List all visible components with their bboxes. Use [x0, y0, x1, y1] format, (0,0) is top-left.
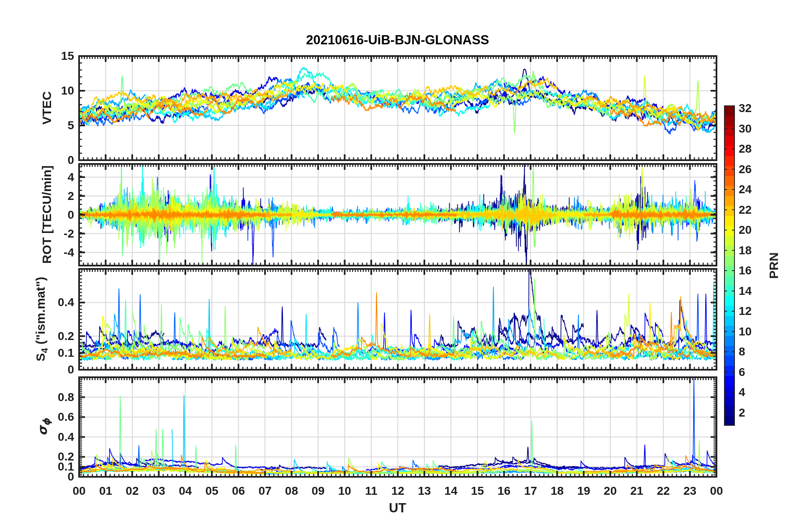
colorbar-tick-label: 32 — [739, 102, 752, 115]
x-tick-label: 21 — [630, 484, 643, 498]
colorbar-tick-label: 8 — [739, 345, 745, 358]
colorbar-tick-label: 14 — [739, 284, 752, 298]
x-tick-label: 18 — [551, 484, 564, 498]
y-tick-label-rot: -4 — [64, 246, 74, 259]
chart-title: 20210616-UiB-BJN-GLONASS — [306, 33, 489, 48]
colorbar-tick-label: 18 — [739, 244, 752, 257]
chart-canvas — [0, 0, 796, 532]
x-tick-label: 05 — [205, 484, 218, 498]
colorbar-label: PRN — [767, 252, 781, 279]
colorbar-tick-label: 4 — [739, 386, 745, 399]
x-tick-label: 08 — [285, 484, 298, 498]
x-tick-label: 17 — [524, 484, 537, 498]
y-tick-label-sigma_phi: 0.2 — [58, 450, 74, 463]
y-tick-label-vtec: 0 — [67, 153, 74, 167]
x-tick-label: 09 — [312, 484, 325, 498]
colorbar-tick-label: 16 — [739, 264, 752, 277]
y-tick-label-sigma_phi: 0.8 — [58, 391, 74, 404]
x-tick-label: 13 — [418, 484, 431, 498]
x-tick-label: 19 — [577, 484, 590, 498]
colorbar-tick-label: 22 — [739, 203, 752, 217]
ylabel-vtec-text: VTEC — [40, 91, 54, 125]
x-tick-label: 04 — [179, 484, 192, 498]
x-tick-label: 00 — [710, 484, 723, 498]
x-tick-label: 15 — [471, 484, 484, 498]
ylabel-phi-sub: ϕ — [41, 418, 52, 426]
y-tick-label-vtec: 5 — [67, 119, 74, 132]
x-tick-label: 11 — [365, 484, 377, 498]
figure: 20210616-UiB-BJN-GLONASS VTEC ROT [TECU/… — [0, 0, 796, 532]
ylabel-rot-text: ROT [TECU/min] — [40, 166, 54, 264]
colorbar-tick-label: 28 — [739, 142, 752, 156]
y-tick-label-s4: 0.1 — [58, 346, 74, 360]
x-tick-label: 03 — [152, 484, 165, 498]
y-tick-label-vtec: 15 — [61, 49, 74, 63]
y-tick-label-sigma_phi: 0.4 — [58, 430, 74, 444]
colorbar-tick-label: 26 — [739, 163, 752, 176]
y-tick-label-rot: 2 — [67, 189, 74, 203]
colorbar-tick-label: 30 — [739, 122, 752, 136]
colorbar-tick-label: 24 — [739, 183, 752, 196]
colorbar-tick-label: 12 — [739, 304, 752, 318]
ylabel-s4: S4 ("ism.mat") — [33, 277, 50, 361]
x-tick-label: 07 — [259, 484, 272, 498]
x-tick-label: 22 — [657, 484, 670, 498]
y-tick-label-vtec: 10 — [61, 84, 74, 97]
x-tick-label: 14 — [444, 484, 457, 498]
x-tick-label: 06 — [232, 484, 245, 498]
y-tick-label-s4: 0.2 — [58, 330, 74, 343]
x-tick-label: 10 — [338, 484, 351, 498]
ylabel-s4-sub: 4 — [39, 348, 50, 353]
ylabel-vtec: VTEC — [40, 91, 54, 125]
x-tick-label: 00 — [72, 484, 85, 498]
colorbar-tick-label: 2 — [739, 406, 745, 419]
y-tick-label-sigma_phi: 0.6 — [58, 410, 74, 424]
x-tick-label: 01 — [99, 484, 112, 498]
y-tick-label-rot: 4 — [67, 171, 74, 184]
y-tick-label-s4: 0 — [67, 363, 74, 376]
x-axis-label: UT — [389, 501, 406, 516]
ylabel-rot: ROT [TECU/min] — [40, 166, 54, 264]
x-tick-label: 16 — [498, 484, 511, 498]
x-tick-label: 20 — [604, 484, 617, 498]
x-tick-label: 12 — [391, 484, 404, 498]
y-tick-label-rot: 0 — [67, 208, 74, 222]
y-tick-label-rot: -2 — [64, 227, 74, 240]
colorbar-tick-label: 20 — [739, 223, 752, 237]
colorbar-tick-label: 6 — [739, 366, 745, 379]
ylabel-sigma: σ — [35, 426, 50, 435]
x-tick-label: 02 — [126, 484, 139, 498]
ylabel-sigma-phi: σϕ — [35, 418, 52, 436]
x-tick-label: 23 — [683, 484, 696, 498]
ylabel-s4-rest: ("ism.mat") — [33, 277, 47, 348]
ylabel-s4-main: S — [33, 353, 47, 361]
y-tick-label-s4: 0.4 — [58, 296, 74, 309]
colorbar-tick-label: 10 — [739, 325, 752, 338]
